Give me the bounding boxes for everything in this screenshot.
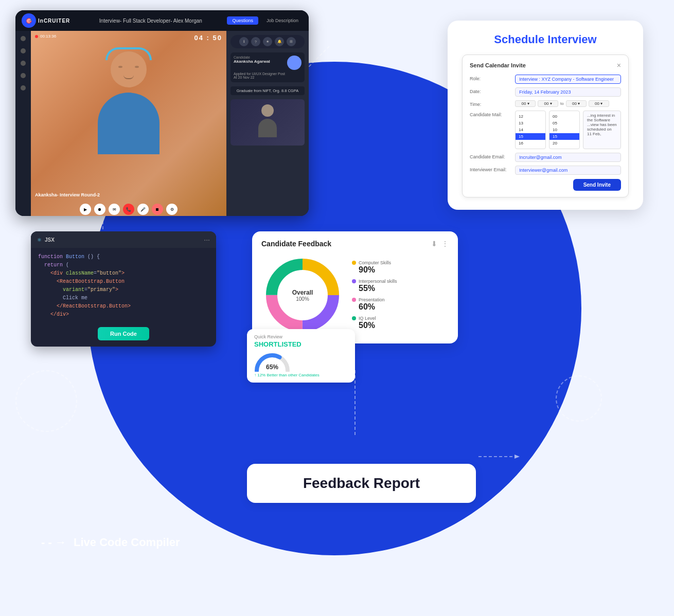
candidate-avatar-head: [111, 51, 147, 87]
candidate-info-card: Candidate Akanksha Agarwal Applied for U…: [230, 52, 305, 82]
hour-13[interactable]: 13: [516, 120, 545, 126]
candidate-email-input[interactable]: Incruiter@gmail.com: [515, 153, 621, 162]
right-panel: ℹ ? ★ 🔔 ⊞ Candidate Akanksha Agarwal App…: [226, 31, 309, 216]
role-value: Interview : XYZ Company - Software Engin…: [515, 75, 621, 84]
jsx-icon: ⚛: [37, 237, 42, 243]
time-from-hours[interactable]: 00 ▾: [515, 100, 536, 107]
min-15-selected[interactable]: 15: [549, 133, 579, 140]
overall-label: Overall: [292, 289, 313, 296]
feedback-card-actions: ⬇ ⋮: [431, 240, 449, 248]
min-10[interactable]: 10: [549, 126, 579, 133]
calendar-invite-form: Send Calendar Invite × Role: Interview :…: [462, 55, 629, 197]
hour-dropdown[interactable]: 12 13 14 15 16: [515, 111, 546, 149]
logo-text: InCRUITER: [38, 18, 70, 24]
sidebar-icon-1: [21, 36, 26, 41]
gauge-pct: 65%: [266, 364, 278, 371]
jsx-label: JSX: [45, 237, 55, 243]
message-button[interactable]: ✉: [109, 204, 120, 215]
min-20[interactable]: 20: [549, 140, 579, 147]
interviewer-head: [261, 104, 274, 117]
interview-sidebar: [15, 31, 31, 216]
stop-button[interactable]: ⏹: [152, 204, 163, 215]
live-compiler-text: Live Code Compiler: [74, 536, 180, 549]
time-from-minutes[interactable]: 00 ▾: [538, 100, 558, 107]
hour-14[interactable]: 14: [516, 126, 545, 133]
info-icon[interactable]: ℹ: [239, 37, 249, 46]
time-group: 00 ▾ 00 ▾ to 00 ▾ 00 ▾: [515, 100, 621, 107]
play-button[interactable]: ▶: [80, 204, 91, 215]
star-icon[interactable]: ★: [263, 37, 272, 46]
interviewer-email-label: Interviewer Email:: [470, 166, 511, 172]
interview-title: Interview- Full Stack Developer- Alex Mo…: [78, 18, 223, 24]
candidate-avatar-body: [98, 93, 159, 154]
iq-level-pct: 50%: [359, 321, 449, 330]
date-label: Date:: [470, 87, 511, 94]
candidate-cgpa-badge: Graduate from NIFT, Org. 8.8 CGPA: [230, 86, 305, 95]
interview-timer: 04 : 50: [194, 34, 222, 42]
send-invite-button[interactable]: Send Invite: [573, 179, 621, 191]
rec-dot: [35, 35, 38, 38]
hour-12[interactable]: 12: [516, 113, 545, 120]
candidate-small-avatar: [287, 56, 301, 70]
overall-pct: 100%: [292, 296, 313, 302]
tab-job[interactable]: Job Description: [262, 16, 303, 25]
minute-dropdown[interactable]: 00 05 10 15 20: [549, 111, 580, 149]
sidebar-icon-2: [21, 48, 26, 53]
legend-iq-level: IQ Level 50%: [352, 316, 449, 330]
interpersonal-dot: [352, 279, 356, 283]
legend-presentation: Presentation 60%: [352, 297, 449, 312]
mic-button[interactable]: 🎤: [137, 204, 149, 215]
min-05[interactable]: 05: [549, 120, 579, 126]
end-call-button[interactable]: 📞: [123, 204, 134, 215]
video-background: 00:13:36 Akanksha- Interview Round-2 04 …: [31, 31, 226, 216]
interviewer-body: [258, 119, 277, 137]
iq-level-dot: [352, 316, 356, 320]
tab-questions[interactable]: Questions: [227, 16, 258, 25]
candidate-feedback-card: Candidate Feedback ⬇ ⋮ Overall 100%: [252, 231, 458, 343]
code-compiler-panel: ⚛ JSX ··· function Button () { return ( …: [31, 231, 216, 347]
legend-interpersonal: Interpersonal skills 55%: [352, 279, 449, 293]
grid-icon[interactable]: ⊞: [287, 37, 296, 46]
more-options-icon[interactable]: ···: [204, 235, 210, 244]
rec-timer: 00:13:36: [40, 34, 56, 39]
time-to-hours[interactable]: 00 ▾: [566, 100, 587, 107]
gauge-container: 65%: [254, 350, 290, 371]
time-label: Time:: [470, 100, 511, 107]
candidate-name-bar: Akanksha- Interview Round-2: [35, 192, 100, 197]
schedule-interview-card: Schedule Interview Send Calendar Invite …: [448, 21, 643, 210]
interviewer-email-input[interactable]: Interviewer@gmail.com: [515, 166, 621, 175]
dashed-circle-left: [15, 370, 77, 432]
iq-level-label: IQ Level: [359, 316, 376, 321]
quick-review-card: Quick Review SHORTLISTED 65% ↑ 12% Bette…: [247, 329, 355, 383]
hour-16[interactable]: 16: [516, 140, 545, 147]
feedback-card-title: Candidate Feedback: [261, 240, 331, 248]
more-options-icon[interactable]: ⋮: [441, 240, 449, 248]
min-00[interactable]: 00: [549, 113, 579, 120]
code-editor[interactable]: function Button () { return ( <div class…: [31, 248, 216, 324]
record-button[interactable]: ⏺: [94, 204, 105, 215]
arrow-icon: - - →: [41, 536, 66, 549]
settings-button[interactable]: ⚙: [166, 204, 178, 215]
interviewer-figure: [255, 104, 280, 140]
run-code-button[interactable]: Run Code: [98, 327, 149, 340]
time-to-minutes[interactable]: 00 ▾: [589, 100, 609, 107]
calendar-invite-title: Send Calendar Invite: [470, 62, 526, 68]
candidate-email-label: Candidate Email:: [470, 153, 511, 159]
donut-center: Overall 100%: [292, 289, 313, 302]
close-button[interactable]: ×: [617, 61, 621, 69]
quick-review-label: Quick Review: [254, 334, 348, 339]
hour-15-selected[interactable]: 15: [516, 133, 545, 140]
quick-review-status: SHORTLISTED: [254, 340, 348, 348]
live-compiler-label: - - → Live Code Compiler: [41, 536, 180, 549]
improvement-text: ↑ 12% Better than other Candidates: [254, 373, 348, 377]
download-icon[interactable]: ⬇: [431, 240, 437, 248]
candidate-mail-content[interactable]: ...ing interest in the Software ...view …: [583, 111, 621, 149]
presentation-label: Presentation: [359, 297, 385, 302]
feedback-report-text: Feedback Report: [303, 475, 420, 491]
bell-icon[interactable]: 🔔: [275, 37, 284, 46]
role-label: Role:: [470, 75, 511, 81]
headphones-icon: [105, 47, 152, 60]
question-icon[interactable]: ?: [251, 37, 260, 46]
feedback-legend: Computer Skills 90% Interpersonal skills…: [352, 260, 449, 330]
recording-indicator: 00:13:36: [35, 34, 56, 39]
